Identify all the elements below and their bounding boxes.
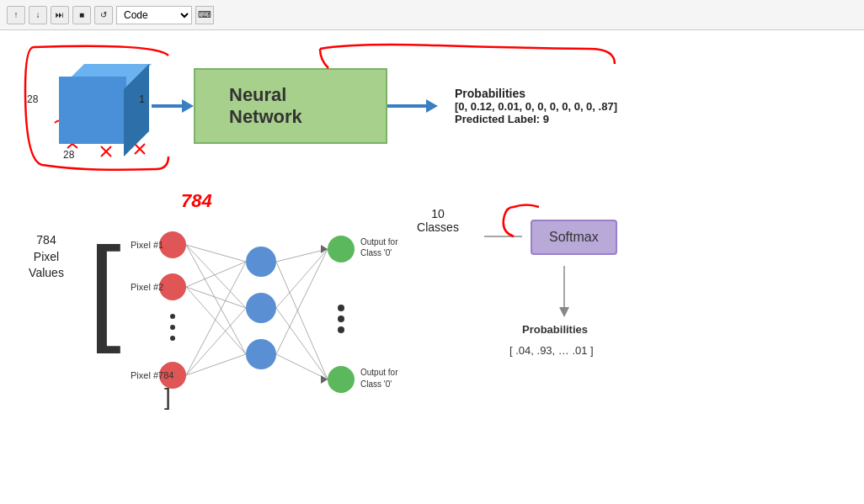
svg-text:784: 784 (181, 190, 212, 211)
svg-point-17 (246, 247, 276, 277)
softmax-box: Softmax (531, 220, 617, 255)
stop-button[interactable]: ■ (72, 6, 91, 24)
bottom-section: 784 Pixel Values [ 784 Pixel #1 Pixel #2 (17, 173, 847, 496)
svg-line-31 (186, 245, 246, 354)
arrow-nn-to-prob (387, 99, 438, 113)
svg-text:Pixel #2: Pixel #2 (131, 282, 163, 292)
refresh-button[interactable]: ↺ (94, 6, 113, 24)
svg-point-18 (246, 293, 276, 323)
svg-text:Pixel #784: Pixel #784 (131, 370, 173, 380)
svg-point-26 (328, 366, 355, 393)
svg-point-20 (328, 236, 355, 263)
svg-text:Pixel #1: Pixel #1 (131, 240, 163, 250)
pixel-values-line2: Pixel (34, 249, 59, 266)
probabilities-values: [0, 0.12, 0.01, 0, 0, 0, 0, 0, 0, .87] (455, 100, 617, 113)
svg-line-34 (186, 287, 246, 354)
arrow-line (152, 104, 182, 108)
svg-text:Class '0': Class '0' (360, 248, 392, 257)
svg-text:[ .04, .93, … .01 ]: [ .04, .93, … .01 ] (509, 344, 594, 357)
svg-line-32 (186, 262, 246, 287)
probabilities-title: Probabilities (455, 87, 525, 100)
svg-line-41 (276, 308, 328, 379)
cube-3d (42, 60, 126, 144)
nn-diagram-svg: [ 784 Pixel #1 Pixel #2 Pixel #784 (84, 182, 404, 426)
classes-line2: Classes (417, 220, 459, 234)
classes-label: 10 Classes (413, 182, 463, 234)
svg-text:Output for: Output for (360, 237, 398, 247)
classes-line1: 10 (431, 207, 445, 220)
svg-line-38 (276, 249, 328, 262)
arrow-cube-to-nn (152, 99, 194, 113)
arrow-head (182, 99, 194, 113)
down-arrow-button[interactable]: ↓ (29, 6, 47, 24)
svg-line-39 (276, 262, 328, 379)
svg-point-23 (338, 305, 344, 311)
neural-network-label: Neural Network (229, 84, 352, 128)
svg-line-43 (276, 354, 328, 379)
toolbar: ↑ ↓ ⏭ ■ ↺ Code Markdown ⌨ (0, 0, 864, 30)
arrow-head-2 (426, 99, 438, 113)
skip-button[interactable]: ⏭ (51, 6, 69, 24)
svg-point-19 (246, 339, 276, 369)
softmax-annotation-svg: Probabilities [ .04, .93, … .01 ] (480, 182, 648, 417)
softmax-section: Probabilities [ .04, .93, … .01 ] Softma… (480, 182, 617, 255)
probabilities-section: Probabilities [0, 0.12, 0.01, 0, 0, 0, 0… (455, 87, 617, 125)
neural-network-box: Neural Network (194, 68, 387, 144)
cube-container: 28 1 28 (17, 47, 152, 165)
predicted-label: Predicted Label: 9 (455, 113, 549, 125)
svg-text:[: [ (88, 222, 121, 354)
cell-type-select[interactable]: Code Markdown (116, 6, 192, 24)
cube-dim-height: 28 (27, 93, 38, 105)
svg-text:]: ] (164, 384, 171, 410)
svg-text:Class '0': Class '0' (360, 379, 392, 389)
pixel-values-line1: 784 (36, 232, 56, 249)
cube-front-face (59, 77, 126, 144)
pixel-values-label: 784 Pixel Values (17, 182, 76, 282)
keyboard-icon[interactable]: ⌨ (195, 6, 214, 24)
svg-point-12 (170, 314, 175, 319)
cube-dim-depth: 1 (139, 93, 145, 105)
svg-point-24 (338, 316, 344, 322)
svg-point-25 (338, 326, 344, 333)
svg-line-42 (276, 249, 328, 354)
svg-point-14 (170, 336, 175, 341)
nn-diagram: [ 784 Pixel #1 Pixel #2 Pixel #784 (84, 182, 404, 417)
up-arrow-button[interactable]: ↑ (7, 6, 25, 24)
svg-point-13 (170, 325, 175, 330)
svg-line-30 (186, 245, 246, 308)
svg-line-29 (186, 245, 246, 262)
main-content: 28 1 28 Neural Network Probabilities [0,… (0, 30, 864, 504)
svg-marker-44 (321, 245, 328, 253)
cube-dim-width: 28 (63, 149, 74, 161)
softmax-label: Softmax (549, 230, 599, 244)
svg-text:Output for: Output for (360, 368, 398, 377)
top-section: 28 1 28 Neural Network Probabilities [0,… (17, 39, 847, 173)
arrow-line-2 (387, 104, 426, 108)
svg-text:Probabilities: Probabilities (522, 323, 588, 336)
pixel-values-line3: Values (29, 265, 64, 282)
